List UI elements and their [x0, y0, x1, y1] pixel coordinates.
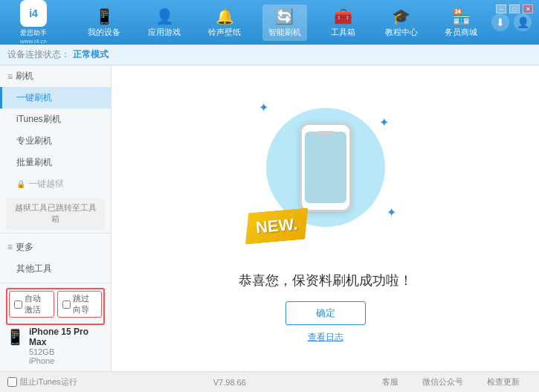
nav-ringtones[interactable]: 🔔 铃声壁纸 — [202, 4, 247, 41]
sidebar-itunes-flash[interactable]: iTunes刷机 — [0, 109, 111, 130]
jailbreak-notice: 越狱工具已跳转至工具箱 — [6, 198, 105, 230]
download-button[interactable]: ⬇ — [491, 13, 509, 31]
nav-toolbox[interactable]: 🧰 工具箱 — [323, 4, 364, 41]
device-area: 自动激活 跳过向导 📱 iPhone 15 Pro Max 512GB iPho… — [0, 283, 112, 371]
one-click-flash-label: 一键刷机 — [16, 92, 52, 103]
guide-activation-label: 跳过向导 — [73, 293, 97, 315]
flash-group-header[interactable]: ≡ 刷机 — [0, 65, 111, 87]
phone-body — [300, 123, 352, 212]
guide-activation-checkbox[interactable] — [62, 301, 71, 309]
auto-activate-checkbox[interactable] — [14, 301, 22, 309]
footer-check-update[interactable]: 检查更新 — [487, 376, 520, 388]
pro-flash-label: 专业刷机 — [16, 135, 52, 146]
device-type: iPhone — [29, 356, 105, 365]
close-button[interactable]: ✕ — [523, 4, 533, 13]
logo-text: 爱思助手 www.i4.cn — [20, 28, 47, 45]
itunes-flash-label: iTunes刷机 — [16, 114, 61, 124]
nav-ringtones-label: 铃声壁纸 — [208, 27, 241, 38]
nav-smart-flash-label: 智能刷机 — [268, 27, 301, 38]
device-storage: 512GB — [29, 347, 105, 356]
other-tools-label: 其他工具 — [16, 263, 52, 274]
auto-activate-label: 自动激活 — [25, 293, 49, 315]
nav-tutorial-label: 教程中心 — [385, 27, 418, 38]
nav-my-device[interactable]: 📱 我的设备 — [82, 4, 126, 41]
phone-notch — [317, 131, 335, 135]
app-games-icon: 👤 — [155, 7, 174, 25]
sparkle-icon-1: ✦ — [259, 100, 268, 115]
maximize-button[interactable]: □ — [509, 4, 520, 13]
nav-app-games[interactable]: 👤 应用游戏 — [142, 4, 187, 41]
nav-bar: 📱 我的设备 👤 应用游戏 🔔 铃声壁纸 🔄 智能刷机 🧰 工具箱 🎓 教程中心… — [74, 4, 491, 41]
minimize-button[interactable]: ─ — [496, 4, 506, 13]
header-actions: ⬇ 👤 — [491, 13, 532, 31]
footer-links: 客服 微信公众号 检查更新 — [382, 376, 532, 388]
batch-flash-label: 批量刷机 — [16, 157, 52, 167]
stop-itunes-area[interactable]: 阻止iTunes运行 — [7, 376, 77, 388]
log-link[interactable]: 查看日志 — [308, 331, 343, 344]
toolbox-icon: 🧰 — [334, 7, 352, 25]
ringtones-icon: 🔔 — [216, 7, 234, 25]
app-header: i4 爱思助手 www.i4.cn 📱 我的设备 👤 应用游戏 🔔 铃声壁纸 🔄… — [0, 0, 539, 45]
service-icon: 🏪 — [452, 7, 471, 25]
nav-smart-flash[interactable]: 🔄 智能刷机 — [262, 4, 307, 41]
auto-actions: 自动激活 跳过向导 — [9, 291, 102, 318]
nav-my-device-label: 我的设备 — [88, 27, 120, 38]
status-label: 设备连接状态： — [7, 48, 70, 61]
tutorial-icon: 🎓 — [392, 7, 410, 25]
more-group-header[interactable]: ≡ 更多 — [0, 237, 111, 258]
stop-itunes-checkbox[interactable] — [7, 377, 17, 387]
sparkle-icon-2: ✦ — [379, 115, 389, 129]
footer-version: V7.98.66 — [77, 378, 382, 387]
stop-itunes-label: 阻止iTunes运行 — [20, 376, 77, 388]
sidebar-pro-flash[interactable]: 专业刷机 — [0, 130, 111, 152]
nav-app-games-label: 应用游戏 — [148, 27, 181, 38]
nav-service[interactable]: 🏪 务员商城 — [439, 4, 483, 41]
device-phone-icon: 📱 — [6, 328, 25, 346]
lock-icon: 🔒 — [16, 180, 25, 188]
sidebar-one-click-flash[interactable]: 一键刷机 — [0, 87, 111, 109]
nav-toolbox-label: 工具箱 — [331, 27, 355, 38]
phone-screen — [305, 132, 346, 203]
nav-service-label: 务员商城 — [445, 27, 477, 38]
jailbreak-label: 一键越狱 — [28, 178, 64, 190]
status-value: 正常模式 — [73, 48, 109, 61]
footer: 阻止iTunes运行 V7.98.66 客服 微信公众号 检查更新 — [0, 371, 539, 392]
sidebar-jailbreak-disabled: 🔒 一键越狱 — [0, 173, 111, 195]
main-content: NEW. ✦ ✦ ✦ 恭喜您，保资料刷机成功啦！ 确定 查看日志 — [112, 65, 539, 371]
device-name: iPhone 15 Pro Max — [29, 327, 105, 347]
phone-circle — [266, 108, 385, 227]
sidebar-batch-flash[interactable]: 批量刷机 — [0, 152, 111, 173]
footer-customer-service[interactable]: 客服 — [382, 376, 398, 388]
my-device-icon: 📱 — [95, 7, 114, 25]
device-details: iPhone 15 Pro Max 512GB iPhone — [29, 327, 105, 365]
guide-activation-btn[interactable]: 跳过向导 — [57, 291, 103, 318]
more-group-label: 更多 — [16, 241, 33, 254]
logo-symbol: i4 — [29, 7, 38, 19]
more-group-icon: ≡ — [7, 242, 13, 252]
auto-actions-box: 自动激活 跳过向导 — [6, 288, 105, 325]
sparkle-icon-3: ✦ — [387, 205, 396, 219]
footer-wechat[interactable]: 微信公众号 — [422, 376, 463, 388]
status-bar: 设备连接状态： 正常模式 — [0, 45, 539, 65]
user-button[interactable]: 👤 — [514, 13, 532, 31]
sidebar-divider — [0, 233, 111, 234]
device-info: 📱 iPhone 15 Pro Max 512GB iPhone — [6, 325, 105, 367]
flash-group-icon: ≡ — [7, 71, 13, 82]
sidebar-other-tools[interactable]: 其他工具 — [0, 258, 111, 280]
phone-illustration: NEW. ✦ ✦ ✦ — [251, 93, 400, 257]
confirm-button[interactable]: 确定 — [285, 301, 366, 325]
new-badge: NEW. — [242, 208, 311, 245]
app-logo: i4 爱思助手 www.i4.cn — [7, 0, 59, 45]
flash-group-label: 刷机 — [16, 70, 33, 83]
success-message: 恭喜您，保资料刷机成功啦！ — [239, 271, 413, 289]
smart-flash-icon: 🔄 — [275, 7, 294, 25]
nav-tutorial[interactable]: 🎓 教程中心 — [379, 4, 424, 41]
auto-activate-btn[interactable]: 自动激活 — [9, 291, 54, 318]
logo-icon: i4 — [20, 0, 47, 27]
